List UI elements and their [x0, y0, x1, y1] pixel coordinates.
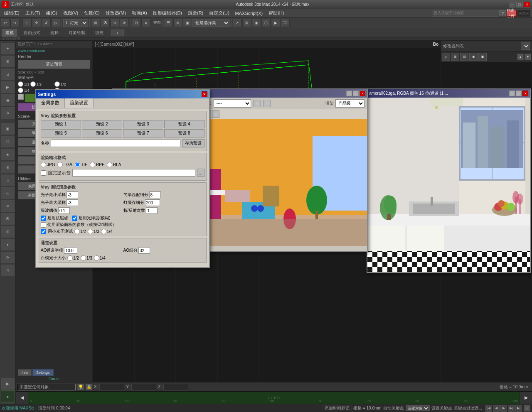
sidebar-s5[interactable]: ☼	[1, 174, 15, 186]
wp-half-radio[interactable]	[67, 255, 73, 261]
sidebar-s4[interactable]: ⊕	[1, 161, 15, 174]
selection-filter-dropdown[interactable]: 选定对象	[406, 405, 430, 411]
menu-animation[interactable]: 动画(A)	[129, 10, 150, 17]
mod-icon1[interactable]: ☼	[442, 53, 450, 61]
fmt-rla-radio[interactable]	[107, 162, 112, 167]
sp-quarter-radio[interactable]	[101, 229, 106, 234]
spinner-snap-btn[interactable]: ⟳	[120, 19, 129, 27]
preset-btn-7[interactable]: 预设 7	[123, 129, 163, 137]
sidebar-s6[interactable]: ⊟	[1, 187, 15, 199]
fmt-rpf-label[interactable]: RPF	[90, 162, 104, 167]
layer-btn[interactable]: ☰	[164, 19, 173, 27]
help-search-btn[interactable]: ?	[499, 10, 506, 16]
mod-arrow-down[interactable]: ▼	[525, 54, 531, 60]
quickrender-btn[interactable]: 🎬	[281, 19, 290, 27]
light-cache-checkbox[interactable]	[72, 216, 77, 221]
help-btn[interactable]: 指南上传	[507, 10, 517, 17]
modeling-tab[interactable]: 建模	[2, 29, 17, 37]
q4-radio[interactable]	[18, 88, 23, 93]
menu-tools[interactable]: 工具(T)	[23, 10, 43, 17]
menu-render[interactable]: 渲染(R)	[185, 10, 206, 17]
preset-btn-3[interactable]: 预设 3	[123, 120, 163, 128]
use-preset-checkbox[interactable]	[41, 222, 46, 228]
preset-btn-4[interactable]: 预设 4	[164, 120, 204, 128]
material-btn[interactable]: ◉	[252, 19, 261, 27]
menu-create[interactable]: 创建(C)	[81, 10, 102, 17]
timeline-track[interactable]: 0 / 100 0102030405060708090100	[28, 392, 520, 404]
wp-quarter-radio[interactable]	[94, 255, 99, 261]
scale-btn[interactable]: ▷	[51, 19, 60, 27]
sidebar-s7[interactable]: ⊕	[1, 200, 15, 212]
rw-maximize[interactable]: □	[353, 91, 359, 96]
info-tab-btn[interactable]: Info	[18, 369, 32, 376]
photon-min-input[interactable]	[66, 191, 78, 198]
z-input[interactable]	[163, 384, 188, 390]
mod-icon3[interactable]: ⊟	[460, 53, 468, 61]
timeline-prev-btn[interactable]: ◀	[16, 392, 28, 404]
hint-checkbox[interactable]	[41, 170, 46, 176]
next-frame-btn[interactable]: ▶|	[508, 405, 515, 412]
cache-input[interactable]	[145, 199, 160, 206]
preset-btn-8[interactable]: 预设 8	[164, 129, 204, 137]
tool2-btn[interactable]: ▣	[183, 19, 192, 27]
preset-btn-2[interactable]: 预设 2	[82, 120, 122, 128]
x-input[interactable]	[99, 384, 124, 390]
menu-view[interactable]: 视图(V)	[61, 10, 81, 17]
selection-dropdown[interactable]: 创建选择集	[192, 19, 230, 27]
schematic-btn[interactable]: ⊠	[242, 19, 251, 27]
sidebar-s3[interactable]: ◈	[1, 148, 15, 161]
rw-close[interactable]: ✕	[360, 91, 365, 96]
sidebar-s8[interactable]: ⦿	[1, 213, 15, 225]
undo-btn[interactable]: ↩	[1, 19, 10, 27]
fmt-tga-radio[interactable]	[57, 162, 63, 167]
light-type-dropdown[interactable]: L-灯光	[63, 19, 88, 27]
curve-btn[interactable]: ↗	[233, 19, 242, 27]
redo-btn[interactable]: ↪	[10, 19, 20, 27]
goto-end-btn[interactable]: ▶|	[515, 405, 522, 412]
maximize-button[interactable]: □	[516, 2, 523, 7]
sidebar-s10[interactable]: ♦	[1, 238, 15, 251]
render-setup-btn[interactable]: ⬡	[261, 19, 271, 27]
settings-tab-btn[interactable]: Settings	[32, 369, 54, 376]
noise-input[interactable]	[58, 207, 70, 214]
add-time-btn[interactable]: 添加时间标记	[323, 405, 352, 411]
preset-btn-5[interactable]: 预设 5	[41, 129, 81, 137]
menu-graph-editor[interactable]: 图形编辑器(D)	[150, 10, 185, 17]
move-btn[interactable]: ✛	[32, 19, 41, 27]
menu-modifier[interactable]: 修改器(M)	[103, 10, 129, 17]
angle-snap-btn[interactable]: ⦿	[101, 19, 110, 27]
menu-group[interactable]: 组(G)	[44, 10, 60, 17]
select-btn[interactable]: ⊹	[22, 19, 32, 27]
sidebar-utilities[interactable]: ⚙	[1, 107, 15, 119]
rw2-min[interactable]: ─	[509, 91, 515, 96]
save-preset-btn[interactable]: 存为预设	[182, 139, 204, 147]
play-btn[interactable]: ▶	[500, 405, 507, 412]
menu-maxscript[interactable]: MAXScript(X)	[233, 10, 266, 16]
ao-radius-input[interactable]	[64, 247, 77, 254]
sidebar-s1[interactable]: ▣	[1, 123, 15, 135]
mod-arrow-up[interactable]: ▲	[517, 54, 524, 60]
prev-frame-btn[interactable]: ◀	[493, 405, 500, 412]
percent-snap-btn[interactable]: %	[110, 19, 119, 27]
rw2-close[interactable]: ✕	[522, 91, 528, 96]
fmt-rla-label[interactable]: RLA	[107, 162, 121, 167]
ao-detail-input[interactable]	[138, 247, 150, 254]
preset-icon2[interactable]: ⚙	[264, 100, 271, 107]
menu-edit[interactable]: 编辑(E)	[2, 10, 22, 17]
render-settings-tab[interactable]: 渲染设置	[65, 98, 94, 108]
populate-tab[interactable]: 填充	[91, 29, 107, 37]
menu-help[interactable]: 帮助(H)	[266, 10, 286, 17]
mod-icon5[interactable]: ▣	[478, 53, 487, 61]
wp-third-radio[interactable]	[81, 255, 86, 261]
render-preset-select[interactable]: ----	[214, 99, 251, 108]
render-btn2[interactable]: ▶	[271, 19, 280, 27]
goto-start-btn[interactable]: |◀	[485, 405, 492, 412]
hint-input[interactable]	[72, 169, 195, 177]
fmt-tga-label[interactable]: TGA	[57, 162, 72, 167]
sidebar-s11[interactable]: ⟳	[1, 251, 15, 264]
sp-third-radio[interactable]	[88, 229, 93, 234]
fmt-rpf-radio[interactable]	[90, 162, 95, 167]
render-dialog-btn[interactable]: 渲染预置	[18, 60, 90, 69]
freeform-tab[interactable]: 自由形式	[20, 29, 44, 37]
sidebar-s12[interactable]: ≋	[1, 264, 15, 277]
